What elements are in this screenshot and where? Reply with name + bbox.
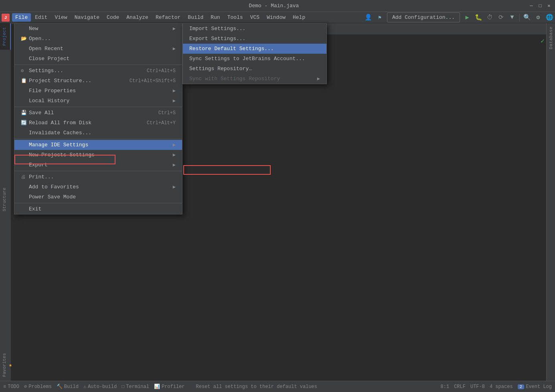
- manage-ide-submenu: Import Settings... Export Settings... Re…: [182, 23, 327, 84]
- todo-status[interactable]: ≡ TODO: [3, 384, 19, 390]
- build-status[interactable]: 🔨 Build: [57, 384, 79, 390]
- menu-vcs[interactable]: VCS: [247, 13, 263, 22]
- menu-refactor[interactable]: Refactor: [152, 13, 184, 22]
- menu-run[interactable]: Run: [207, 13, 223, 22]
- problems-icon: ⊘: [24, 384, 27, 390]
- sidebar-favorites-tab[interactable]: Favorites ★: [0, 349, 11, 381]
- left-sidebar: Project Structure Favorites ★: [0, 23, 11, 381]
- menu-tools[interactable]: Tools: [224, 13, 246, 22]
- menu-open-recent[interactable]: Open Recent ▶: [14, 44, 182, 54]
- local-hist-arrow: ▶: [173, 98, 176, 104]
- submenu-export-settings[interactable]: Export Settings...: [183, 34, 326, 44]
- submenu-sync-repo: Sync with Settings Repository ▶: [183, 74, 326, 84]
- status-message: Reset all settings to their default valu…: [196, 384, 317, 390]
- app-logo: J: [2, 14, 10, 22]
- menu-close-project[interactable]: Close Project: [14, 54, 182, 64]
- menu-open[interactable]: 📂Open...: [14, 34, 182, 44]
- file-props-arrow: ▶: [173, 88, 176, 94]
- save-icon: 💾: [21, 110, 29, 116]
- menu-print[interactable]: 🖨Print...: [14, 172, 182, 182]
- menu-manage-ide-settings[interactable]: Manage IDE Settings ▶: [14, 140, 182, 150]
- menu-add-favorites[interactable]: Add to Favorites ▶: [14, 182, 182, 192]
- new-arrow: ▶: [173, 26, 176, 32]
- terminal-icon: □: [122, 384, 124, 390]
- dropdown-icon[interactable]: ▼: [508, 14, 516, 22]
- intellij-icon[interactable]: 🌐: [545, 14, 553, 22]
- terminal-label: Terminal: [126, 384, 149, 390]
- menu-project-structure[interactable]: 📋Project Structure... Ctrl+Alt+Shift+S: [14, 76, 182, 86]
- submenu-sync-jetbrains[interactable]: Sync Settings to JetBrains Account...: [183, 54, 326, 64]
- add-configuration-button[interactable]: Add Configuration...: [387, 12, 460, 22]
- manage-ide-arrow: ▶: [173, 142, 176, 148]
- vcs-update-icon[interactable]: 👤: [365, 14, 373, 22]
- separator-1: [14, 65, 182, 65]
- checkmark-indicator: ✓: [539, 36, 546, 46]
- menu-export[interactable]: Export ▶: [14, 160, 182, 170]
- debug-icon[interactable]: 🐛: [474, 14, 482, 22]
- profile-icon[interactable]: ⏱: [486, 14, 494, 22]
- window-controls[interactable]: ─ □ ✕: [529, 3, 552, 9]
- menu-window[interactable]: Window: [263, 13, 289, 22]
- indent[interactable]: 4 spaces: [490, 384, 513, 390]
- menu-new-projects-settings[interactable]: New Projects Settings ▶: [14, 150, 182, 160]
- menu-settings[interactable]: ⚙Settings... Ctrl+Alt+S: [14, 66, 182, 76]
- title-bar: Demo - Main.java ─ □ ✕: [0, 0, 555, 12]
- menu-analyze[interactable]: Analyze: [123, 13, 152, 22]
- search-icon[interactable]: 🔍: [523, 14, 531, 22]
- menu-reload-disk[interactable]: 🔄Reload All from Disk Ctrl+Alt+Y: [14, 118, 182, 128]
- problems-status[interactable]: ⊘ Problems: [24, 384, 52, 390]
- charset[interactable]: UTF-8: [470, 384, 485, 390]
- menu-bar: J File Edit View Navigate Code Analyze R…: [0, 12, 555, 23]
- terminal-status[interactable]: □ Terminal: [122, 384, 149, 390]
- status-right: 8:1 CRLF UTF-8 4 spaces 2 Event Log: [441, 384, 552, 390]
- menu-file[interactable]: File: [12, 13, 31, 22]
- menu-new[interactable]: New ▶: [14, 24, 182, 34]
- settings-icon[interactable]: ⚙: [534, 14, 542, 22]
- add-fav-arrow: ▶: [173, 184, 176, 190]
- menu-help[interactable]: Help: [290, 13, 308, 22]
- todo-label: TODO: [8, 384, 19, 390]
- menu-exit[interactable]: Exit: [14, 204, 182, 214]
- profiler-status[interactable]: 📊 Profiler: [154, 384, 185, 390]
- git-icon[interactable]: ⚑: [376, 14, 384, 22]
- submenu-import-settings[interactable]: Import Settings...: [183, 24, 326, 34]
- reload-shortcut: Ctrl+Alt+Y: [147, 120, 176, 126]
- menu-local-history[interactable]: Local History ▶: [14, 96, 182, 106]
- status-bar: ≡ TODO ⊘ Problems 🔨 Build ⚠ Auto-build □…: [0, 381, 555, 392]
- submenu-restore-default[interactable]: Restore Default Settings...: [183, 44, 326, 54]
- separator-3: [14, 139, 182, 139]
- event-log[interactable]: 2 Event Log: [518, 384, 552, 390]
- close-button[interactable]: ✕: [546, 3, 552, 9]
- menu-view[interactable]: View: [51, 13, 70, 22]
- menu-save-all[interactable]: 💾Save All Ctrl+S: [14, 108, 182, 118]
- save-shortcut: Ctrl+S: [158, 110, 176, 116]
- coverage-icon[interactable]: ⟳: [497, 14, 505, 22]
- settings-menu-icon: ⚙: [21, 68, 29, 74]
- export-arrow: ▶: [173, 162, 176, 168]
- menu-invalidate-caches[interactable]: Invalidate Caches...: [14, 128, 182, 138]
- profiler-icon: 📊: [154, 384, 160, 390]
- cursor-position[interactable]: 8:1: [441, 384, 450, 390]
- sidebar-structure-tab[interactable]: Structure: [0, 184, 11, 215]
- print-icon: 🖨: [21, 174, 29, 180]
- submenu-settings-repo[interactable]: Settings Repository…: [183, 64, 326, 74]
- database-panel-label[interactable]: Database: [549, 26, 553, 49]
- run-icon[interactable]: ▶: [463, 14, 471, 22]
- minimize-button[interactable]: ─: [529, 3, 534, 9]
- sidebar-project-tab[interactable]: Project: [0, 23, 11, 50]
- window-title: Demo - Main.java: [249, 3, 299, 9]
- menu-file-properties[interactable]: File Properties ▶: [14, 86, 182, 96]
- menu-build[interactable]: Build: [184, 13, 207, 22]
- menu-edit[interactable]: Edit: [32, 13, 51, 22]
- event-log-label: Event Log: [526, 384, 552, 390]
- auto-build-icon: ⚠: [83, 384, 86, 390]
- line-ending[interactable]: CRLF: [454, 384, 466, 390]
- maximize-button[interactable]: □: [537, 3, 543, 9]
- menu-power-save[interactable]: Power Save Mode: [14, 192, 182, 202]
- right-panel: Database: [546, 23, 555, 381]
- menu-navigate[interactable]: Navigate: [71, 13, 103, 22]
- build-label: Build: [64, 384, 79, 390]
- menu-code[interactable]: Code: [103, 13, 122, 22]
- auto-build-status[interactable]: ⚠ Auto-build: [83, 384, 117, 390]
- recent-arrow: ▶: [173, 46, 176, 52]
